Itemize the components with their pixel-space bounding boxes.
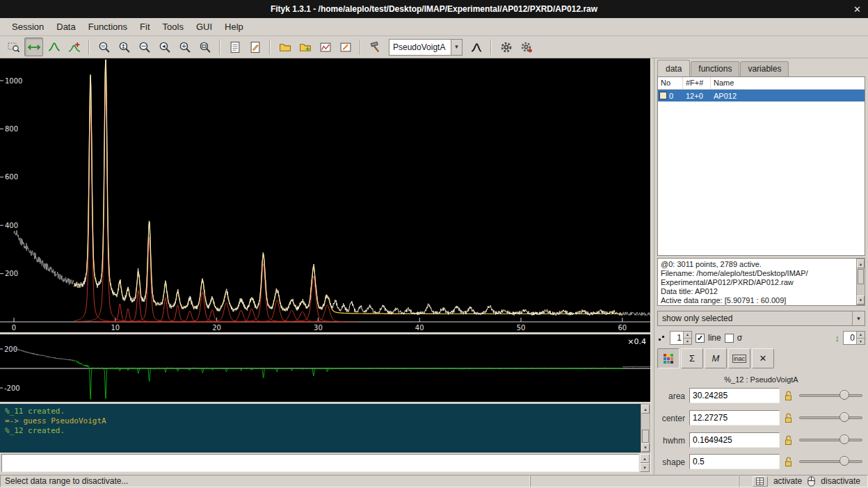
zoom-all-button[interactable]: = [95, 38, 113, 56]
point-size-spinner[interactable]: 1 ▲ ▼ [670, 331, 692, 345]
script-log-button[interactable] [225, 38, 244, 56]
output-console: %_11 created. =-> guess PseudoVoigtA %_1… [0, 404, 641, 453]
menu-data[interactable]: Data [50, 19, 81, 35]
slider-thumb[interactable] [839, 412, 849, 422]
console-scrollbar[interactable]: ▲ ▼ [641, 404, 650, 453]
history-up-icon[interactable]: ▲ [640, 454, 650, 463]
zoom-previous-button[interactable]: ◂ [155, 38, 174, 56]
shift-updown-icon: ↕ [835, 333, 840, 343]
scroll-up-icon[interactable]: ▲ [641, 405, 650, 414]
param-center-slider[interactable] [799, 410, 862, 425]
reload-data-button[interactable]: + [296, 38, 314, 56]
window-close-button[interactable]: ✕ [853, 0, 861, 18]
function-type-select[interactable]: PseudoVoigtA ▼ [389, 39, 463, 56]
param-row-center: center [654, 410, 868, 427]
console-line: %_12 created. [5, 426, 636, 436]
toolbar-separator [269, 40, 271, 55]
dataset-info: @0: 3011 points, 2789 active. Filename: … [657, 258, 865, 306]
scroll-down-icon[interactable]: ▼ [857, 295, 865, 304]
delete-button[interactable]: ✕ [752, 348, 774, 368]
unlock-icon[interactable] [784, 456, 793, 469]
filter-arrow-icon[interactable]: ▼ [852, 311, 865, 325]
menu-functions[interactable]: Functions [82, 19, 134, 35]
zoom-in-button[interactable]: + [175, 38, 194, 56]
editor-button[interactable] [246, 38, 264, 56]
spin-down-icon[interactable]: ▼ [684, 339, 691, 345]
export-plot-button[interactable] [316, 38, 335, 56]
grid-icon [756, 478, 764, 485]
menu-gui[interactable]: GUI [190, 19, 218, 35]
slider-thumb[interactable] [839, 390, 849, 400]
zoom-out-icon: − [138, 41, 151, 54]
svg-text:20: 20 [212, 324, 221, 332]
filter-select[interactable]: show only selected ▼ [657, 311, 865, 326]
unlock-icon[interactable] [784, 412, 793, 425]
statusbar: Select data range to disactivate... acti… [0, 474, 868, 488]
show-sum-button[interactable]: Σ [681, 348, 703, 368]
dataset-list: No #F+# Name 0 12+0 AP012 [657, 76, 865, 256]
info-line: Experimental/AP012/PXRD/AP012.raw [661, 278, 854, 287]
zoom-vertical-button[interactable]: ↕ [115, 38, 134, 56]
spin-down-icon[interactable]: ▼ [857, 339, 865, 345]
svg-text:50: 50 [517, 324, 526, 332]
dataset-checkbox[interactable] [659, 92, 667, 99]
spin-up-icon[interactable]: ▲ [857, 332, 865, 339]
auxiliary-plot[interactable]: 200-200×0.4 [0, 334, 650, 402]
menu-session[interactable]: Session [6, 19, 50, 35]
show-functions-button[interactable]: M [705, 348, 727, 368]
command-history-spinner[interactable]: ▲ ▼ [640, 454, 650, 472]
scroll-up-icon[interactable]: ▲ [857, 259, 865, 268]
scroll-down-icon[interactable]: ▼ [641, 443, 650, 452]
undo-fit-button[interactable] [517, 38, 536, 56]
run-fit-button[interactable] [497, 38, 515, 56]
unlock-icon[interactable] [784, 434, 793, 448]
menu-tools[interactable]: Tools [156, 19, 190, 35]
combo-arrow-icon[interactable]: ▼ [451, 40, 462, 55]
menu-fit[interactable]: Fit [134, 19, 156, 35]
main-plot[interactable]: 01020304050602004006008001000 [0, 58, 650, 332]
data-colors-button[interactable] [657, 348, 680, 368]
param-area-slider[interactable] [799, 388, 862, 403]
auto-add-peak-button[interactable] [467, 38, 485, 56]
param-center-input[interactable] [689, 410, 780, 425]
edit-data-button[interactable] [336, 38, 355, 56]
add-point-mode-button[interactable] [65, 38, 83, 56]
param-shape-input[interactable] [689, 454, 780, 469]
dataset-row[interactable]: 0 12+0 AP012 [658, 90, 865, 101]
history-down-icon[interactable]: ▼ [640, 463, 650, 472]
scrollbar-thumb[interactable] [858, 269, 864, 284]
tab-functions[interactable]: functions [691, 61, 739, 76]
open-data-button[interactable] [275, 38, 294, 56]
show-inactive-button[interactable]: inac [728, 348, 750, 368]
command-input[interactable] [1, 454, 639, 472]
window-titlebar: Fityk 1.3.1 - /home/aleplo/test/Desktop/… [0, 0, 868, 18]
info-scrollbar[interactable]: ▲ ▼ [856, 259, 865, 305]
data-range-mode-button[interactable] [24, 38, 43, 56]
add-peak-mode-button[interactable] [45, 38, 63, 56]
tab-variables[interactable]: variables [740, 61, 789, 76]
slider-thumb[interactable] [839, 456, 849, 466]
tab-data[interactable]: data [657, 60, 690, 77]
status-options-button[interactable] [753, 476, 768, 487]
data-transform-button[interactable] [366, 38, 385, 56]
svg-text:-200: -200 [4, 384, 20, 392]
spin-up-icon[interactable]: ▲ [684, 332, 691, 339]
param-hwhm-input[interactable] [689, 432, 780, 448]
unlock-icon[interactable] [784, 390, 793, 403]
zoom-previous-icon: ◂ [159, 41, 171, 54]
shift-spinner[interactable]: 0 ▲ ▼ [843, 331, 865, 345]
param-shape-slider[interactable] [799, 454, 862, 469]
status-message: Select data range to disactivate... [0, 475, 530, 487]
menu-help[interactable]: Help [218, 19, 250, 35]
param-hwhm-slider[interactable] [799, 432, 862, 448]
column-name: Name [711, 77, 865, 89]
slider-thumb[interactable] [839, 434, 849, 444]
scrollbar-thumb[interactable] [642, 430, 649, 443]
sigma-checkbox[interactable] [725, 334, 734, 343]
line-checkbox[interactable]: ✓ [696, 334, 705, 343]
zoom-mode-button[interactable] [4, 38, 23, 56]
dataset-function-count: 12+0 [683, 92, 711, 100]
zoom-selected-button[interactable] [195, 38, 214, 56]
zoom-out-button[interactable]: − [135, 38, 154, 56]
param-area-input[interactable] [689, 388, 780, 403]
